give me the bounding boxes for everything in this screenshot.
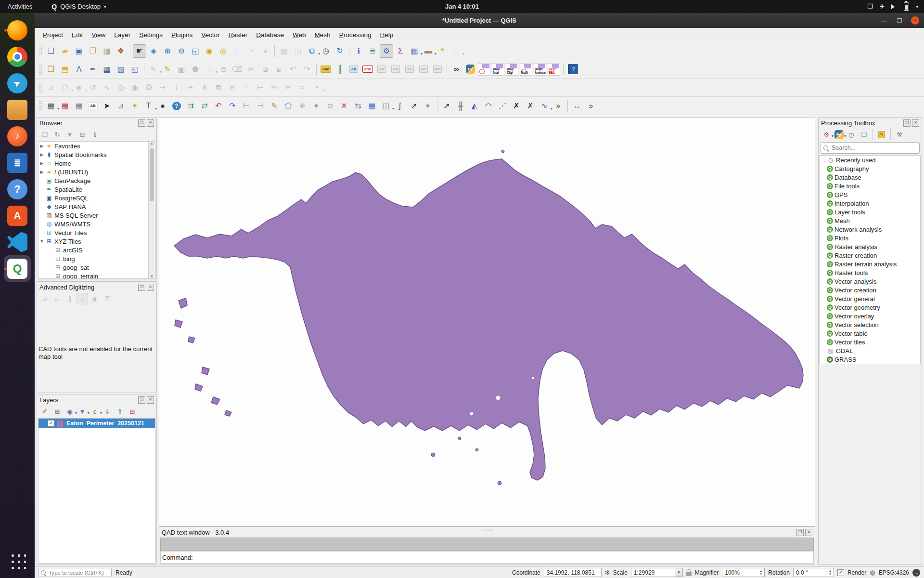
tree-item-vector-creation[interactable]: QVector creation <box>820 286 920 294</box>
zoom-next-icon[interactable]: ◕ <box>258 44 272 58</box>
tree-item-spatial-bookmarks[interactable]: ▶⧫Spatial Bookmarks <box>38 150 155 159</box>
tree-item-ubuntu[interactable]: ▶▰/ (UBUNTU) <box>38 168 155 176</box>
add-virtual-layer-icon[interactable]: ◱ <box>128 63 141 76</box>
menu-settings[interactable]: Settings <box>135 28 167 42</box>
plugin-paste-inverse-icon[interactable]: Paste Inverse <box>533 63 547 76</box>
align-features-icon[interactable]: ⌗ <box>295 81 309 94</box>
table-remove-icon[interactable]: ▦ <box>58 99 72 113</box>
cad-construction-icon[interactable]: ⊾ <box>51 293 63 304</box>
crs-status[interactable]: EPSG:4326 <box>879 569 909 576</box>
cad-line-icon[interactable]: ↗ <box>440 99 453 113</box>
select-cursor-icon[interactable]: ➤ <box>100 99 114 113</box>
float-panel-icon[interactable]: ❐ <box>903 119 911 127</box>
open-layer-styling-icon[interactable]: ✐ <box>39 406 51 417</box>
cad-enable-icon[interactable]: ⊿ <box>39 293 51 304</box>
tree-item-raster-tools[interactable]: QRaster tools <box>820 268 920 277</box>
add-point-cloud-layer-icon[interactable]: Ʌ <box>72 63 86 76</box>
manage-map-themes-icon[interactable]: ◉▾ <box>64 406 76 417</box>
cad-perpendicular-icon[interactable]: ⊥ <box>77 293 88 304</box>
zoom-in-icon[interactable]: ⊕ <box>161 44 174 58</box>
app-menu-button[interactable]: Q QGIS Desktop ▾ <box>51 3 106 11</box>
crosshair-tool-icon[interactable]: ⌖ <box>421 99 435 113</box>
tree-item-vector-geometry[interactable]: QVector geometry <box>820 303 920 312</box>
cad-parallel-c-icon[interactable]: ∥ <box>64 293 76 304</box>
dock-firefox[interactable] <box>4 17 31 43</box>
globe-sphere-icon[interactable]: ● <box>156 99 169 113</box>
expand-all-icon[interactable]: ⇓ <box>102 406 113 417</box>
undo-icon[interactable]: ↶ <box>286 63 300 76</box>
tree-item-mesh[interactable]: QMesh <box>820 216 920 225</box>
current-edits-icon[interactable]: ✎ <box>161 63 174 76</box>
processing-toolbox-button-icon[interactable]: ⚙ <box>380 44 393 58</box>
dock-qgis[interactable]: Q <box>4 255 31 282</box>
dock-software[interactable]: A <box>4 202 31 229</box>
favorites-star-icon[interactable]: ✦ <box>128 99 141 113</box>
edit-features-inplace-icon[interactable]: ✎ <box>876 129 887 140</box>
scripts-menu-icon[interactable]: Py▾ <box>833 129 845 140</box>
zoom-full-icon[interactable]: ◱ <box>189 44 202 58</box>
map-views-table-icon[interactable]: ▦▾ <box>44 99 58 113</box>
tree-item-xyz-tiles[interactable]: ▼⊞XYZ Tiles <box>38 237 155 246</box>
offset-curve-icon[interactable]: ⇢ <box>156 81 169 94</box>
float-panel-icon[interactable]: ❐ <box>796 529 804 536</box>
measure-angle-icon[interactable]: ⊿ <box>114 99 128 113</box>
browser-refresh-icon[interactable]: ↻ <box>51 129 63 140</box>
merge-features-icon[interactable]: ⧉ <box>212 81 225 94</box>
identify-features-icon[interactable]: ℹ <box>352 44 365 58</box>
menu-mesh[interactable]: Mesh <box>310 28 335 42</box>
dock-chrome[interactable] <box>4 43 31 70</box>
rotation-spinbox[interactable]: 0.0 °▲▼ <box>793 568 834 577</box>
layer-labeling-icon[interactable]: abc <box>319 63 333 76</box>
tree-item-vector-overlay[interactable]: QVector overlay <box>820 312 920 320</box>
plugin-prev-clip-icon[interactable]: Prev Clip <box>505 63 519 76</box>
menu-raster[interactable]: Raster <box>224 28 252 42</box>
arrow-ne-icon[interactable]: ↗ <box>407 99 421 113</box>
delete-tool-icon[interactable]: ✕ <box>337 99 351 113</box>
plugin-clip-eel-icon[interactable]: CLIP EEL <box>547 63 561 76</box>
dock-music[interactable]: ♪ <box>4 123 31 149</box>
add-group-icon[interactable]: ⊞ <box>51 406 63 417</box>
toolbar-overflow-b-icon[interactable]: » <box>584 99 598 113</box>
browser-scrollbar[interactable]: ▲▼ <box>148 142 155 278</box>
polygon-tool-icon[interactable]: ⬠ <box>282 99 295 113</box>
move-feature-icon[interactable]: ◈▾ <box>72 81 86 94</box>
tree-item-grass[interactable]: GGRASS <box>820 355 920 364</box>
tree-item-gdal[interactable]: ▧GDAL <box>820 346 920 355</box>
tree-item-goog-sat[interactable]: ⊞goog_sat <box>38 263 155 272</box>
refresh-map-icon[interactable]: ↻ <box>333 44 346 58</box>
temporal-controller-icon[interactable]: ◷ <box>319 44 333 58</box>
menu-edit[interactable]: Edit <box>67 28 87 42</box>
dock-vscode[interactable] <box>4 229 31 255</box>
plugin-preview-icon[interactable] <box>477 63 491 76</box>
simplify-feature-icon[interactable]: ∿ <box>100 81 114 94</box>
merge-attributes-icon[interactable]: ⧈ <box>226 81 239 94</box>
close-panel-icon[interactable]: ✕ <box>805 529 812 536</box>
reshape-features-icon[interactable]: ≀ <box>170 81 183 94</box>
layer-labeling-options-icon[interactable]: ║ <box>333 63 346 76</box>
vertex-tool-all-icon[interactable]: ⁘ <box>240 81 253 94</box>
remove-layer-icon[interactable]: ⊟ <box>127 406 138 417</box>
lock-scale-icon[interactable] <box>686 572 692 576</box>
change-label-properties-icon[interactable]: ab <box>431 63 444 76</box>
tree-item-bing[interactable]: ⊞bing <box>38 254 155 263</box>
magnifier-spinbox[interactable]: 100%▲▼ <box>722 568 765 577</box>
menu-vector[interactable]: Vector <box>197 28 224 42</box>
tree-item-raster-creation[interactable]: QRaster creation <box>820 251 920 260</box>
tree-item-arcgis[interactable]: ⊞arcGIS <box>38 246 155 254</box>
scissors-b-icon[interactable]: ✂ <box>282 81 295 94</box>
cad-common-angle-icon[interactable]: ◉ <box>89 293 101 304</box>
width-tool-icon[interactable]: ↔ <box>570 99 584 113</box>
processing-search[interactable] <box>821 142 920 154</box>
tree-item-cartography[interactable]: QCartography <box>820 164 920 173</box>
results-viewer-icon[interactable]: ❏ <box>858 129 870 140</box>
plugin-prev-inter-icon[interactable]: Prev Inter <box>491 63 505 76</box>
text-annotation-icon[interactable]: T▾ <box>142 99 155 113</box>
show-layout-manager-icon[interactable]: ▥ <box>100 44 114 58</box>
close-panel-icon[interactable]: ✕ <box>912 119 919 127</box>
dock-grid[interactable] <box>4 547 31 573</box>
show-sum-features-icon[interactable]: Σ <box>394 44 407 58</box>
tree-item-postgresql[interactable]: ▣PostgreSQL <box>38 194 155 202</box>
scale-combo[interactable]: 1:29929▼ <box>631 568 683 577</box>
tree-item-vector-tiles[interactable]: QVector tiles <box>820 338 920 346</box>
zoom-to-layer-icon[interactable]: ◎ <box>217 44 230 58</box>
